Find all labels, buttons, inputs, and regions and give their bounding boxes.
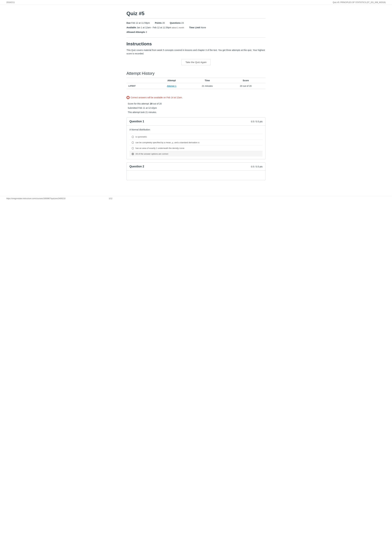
- score-bold: 20: [150, 102, 153, 105]
- due-label: Due: [126, 21, 131, 25]
- attempt-history-section: Attempt History Attempt Time Score LATES…: [126, 71, 266, 89]
- question-text-1: A Normal distribution:: [129, 128, 263, 131]
- radio-q1c: [132, 147, 134, 149]
- questions-label: Questions: [170, 21, 181, 25]
- question-title-2: Question 2: [129, 165, 144, 168]
- meta-questions: Questions 23: [170, 21, 184, 25]
- col-header-score: Score: [226, 78, 266, 83]
- answer-option-q1d: All of the answer options are correct: [129, 151, 263, 157]
- attempt-link-0[interactable]: Attempt 1: [167, 85, 176, 87]
- row-time-0: 21 minutes: [189, 83, 226, 89]
- attempt-table: Attempt Time Score LATEST Attempt 1 21 m…: [126, 78, 266, 89]
- points-value: 20: [162, 21, 165, 25]
- score-suffix: out of 20: [152, 102, 161, 105]
- score-prefix: Score for this attempt:: [128, 102, 150, 105]
- footer-url: https://oregonstate.instructure.com/cour…: [6, 197, 65, 200]
- row-label-0: LATEST: [126, 83, 154, 89]
- radio-q1a: [132, 136, 134, 138]
- instructions-text: This Quiz covers material from week 5 co…: [126, 48, 266, 56]
- time-limit-label: Time Limit: [189, 26, 200, 29]
- question-box-2: Question 2 0.5 / 0.5 pts: [126, 162, 266, 180]
- question-points-1: 0.5 / 0.5 pts: [251, 120, 263, 123]
- question-body-1: A Normal distribution: is symmetric can …: [127, 126, 265, 159]
- meta-points: Points 20: [155, 21, 165, 25]
- footer-bar: https://oregonstate.instructure.com/cour…: [0, 196, 392, 201]
- notice-text: Correct answers will be available on Feb…: [131, 96, 182, 99]
- meta-time-limit: Time Limit None: [189, 26, 206, 29]
- answer-option-q1a: is symmetric: [129, 134, 263, 140]
- col-header-attempt: Attempt: [154, 78, 189, 83]
- available-note: about 1 month: [172, 26, 184, 29]
- questions-value: 23: [181, 21, 184, 25]
- row-score-0: 20 out of 20: [226, 83, 266, 89]
- table-header-row: Attempt Time Score: [126, 78, 266, 83]
- points-label: Points: [155, 21, 162, 25]
- question-header-1: Question 1 0.5 / 0.5 pts: [127, 118, 265, 126]
- quiz-meta: Due Feb 12 at 11:59pm Points 20 Question…: [126, 21, 266, 38]
- main-content: Quiz #5 Due Feb 12 at 11:59pm Points 20 …: [120, 5, 272, 190]
- col-header-time: Time: [189, 78, 226, 83]
- score-line-2: Submitted Feb 11 at 12:42pm: [128, 106, 266, 110]
- footer-page: 1/12: [109, 197, 112, 200]
- answer-text-q1d: All of the answer options are correct: [135, 153, 168, 155]
- take-quiz-container: Take the Quiz Again: [126, 59, 266, 65]
- instructions-section: Instructions This Quiz covers material f…: [126, 42, 266, 56]
- top-bar-date: 2018/2/11: [6, 1, 15, 3]
- svg-text:i: i: [128, 97, 128, 98]
- radio-q1d: [132, 153, 134, 155]
- question-box-1: Question 1 0.5 / 0.5 pts A Normal distri…: [126, 118, 266, 159]
- table-row: LATEST Attempt 1 21 minutes 20 out of 20: [126, 83, 266, 89]
- answer-text-q1a: is symmetric: [135, 136, 147, 138]
- allowed-value: 3: [146, 30, 147, 34]
- due-value: Feb 12 at 11:59pm: [131, 21, 150, 25]
- meta-due: Due Feb 12 at 11:59pm: [126, 21, 150, 25]
- question-title-1: Question 1: [129, 120, 144, 123]
- take-quiz-button[interactable]: Take the Quiz Again: [182, 59, 210, 65]
- question-body-2: [127, 171, 265, 180]
- question-header-2: Question 2 0.5 / 0.5 pts: [127, 163, 265, 171]
- meta-allowed: Allowed Attempts 3: [126, 30, 147, 34]
- available-value: Jan 1 at 12am - Feb 12 at 11:59pm: [137, 26, 171, 29]
- info-section: i Correct answers will be available on F…: [126, 93, 266, 180]
- meta-row-2: Available Jan 1 at 12am - Feb 12 at 11:5…: [126, 26, 266, 29]
- attempt-history-heading: Attempt History: [126, 71, 266, 76]
- radio-q1b: [132, 141, 134, 144]
- allowed-label: Allowed Attempts: [126, 30, 145, 34]
- time-limit-value: None: [201, 26, 206, 29]
- quiz-title: Quiz #5: [126, 8, 266, 19]
- score-line-1: Score for this attempt: 20 out of 20: [128, 102, 266, 106]
- meta-available: Available Jan 1 at 12am - Feb 12 at 11:5…: [126, 26, 184, 29]
- top-bar: 2018/2/11 Quiz #5: PRINCIPLES OF STATIST…: [0, 0, 392, 5]
- answer-text-q1c: has an area of exactly 1 underneath the …: [135, 147, 184, 149]
- row-attempt-0[interactable]: Attempt 1: [154, 83, 189, 89]
- meta-row-3: Allowed Attempts 3: [126, 30, 266, 34]
- answer-text-q1b: can be completely specified by a mean, μ…: [135, 141, 200, 144]
- col-header-empty: [126, 78, 154, 83]
- answer-option-q1c: has an area of exactly 1 underneath the …: [129, 145, 263, 151]
- instructions-heading: Instructions: [126, 42, 266, 47]
- answer-option-q1b: can be completely specified by a mean, μ…: [129, 140, 263, 145]
- top-bar-title: Quiz #5: PRINCIPLES OF STATISTICS (ST_20…: [333, 1, 386, 3]
- notice-icon: i: [126, 96, 130, 99]
- question-points-2: 0.5 / 0.5 pts: [251, 165, 263, 168]
- meta-row-1: Due Feb 12 at 11:59pm Points 20 Question…: [126, 21, 266, 25]
- score-info: Score for this attempt: 20 out of 20 Sub…: [126, 102, 266, 114]
- available-label: Available: [126, 26, 136, 29]
- correct-answers-notice: i Correct answers will be available on F…: [126, 96, 266, 99]
- score-line-3: This attempt took 21 minutes.: [128, 110, 266, 114]
